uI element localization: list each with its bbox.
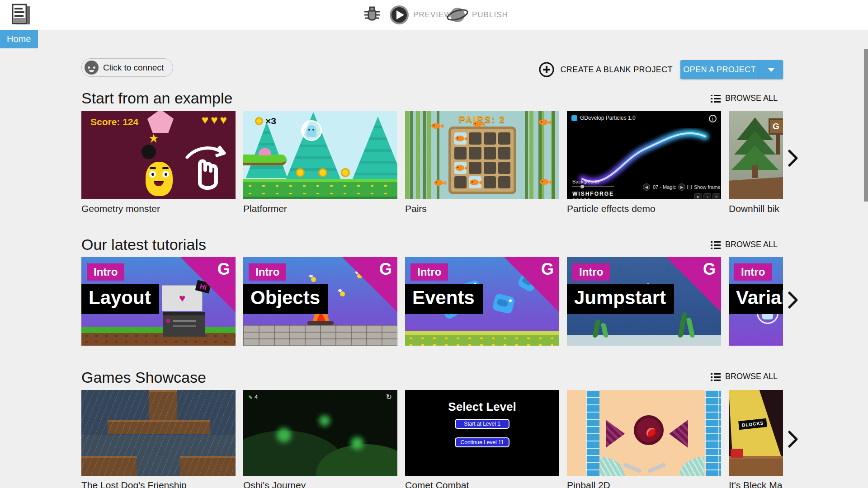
slime-character bbox=[259, 148, 271, 155]
showcase-card-comet-combat[interactable]: Select Level Start at Level 1 Continue L… bbox=[405, 390, 559, 476]
coin-counter: ×3 bbox=[255, 116, 276, 127]
start-level-button[interactable]: Start at Level 1 bbox=[455, 419, 509, 429]
card-title[interactable]: Particle effects demo bbox=[567, 203, 656, 214]
gdevelop-home-screen: PREVIEW PUBLISH Home Click to connect CR… bbox=[0, 0, 868, 488]
tutorial-card-variables[interactable]: +1 Intro Variab bbox=[729, 257, 783, 346]
example-card-particle-effects[interactable]: GDevelop Particles 1.0 i Background WISH… bbox=[567, 111, 721, 199]
center-ring bbox=[634, 415, 664, 445]
card-title[interactable]: Geometry monster bbox=[81, 203, 160, 214]
card-title[interactable]: Oshi's Journey bbox=[243, 480, 306, 488]
connect-button[interactable]: Click to connect bbox=[81, 58, 173, 77]
goldfish bbox=[539, 119, 548, 125]
browse-all-showcase[interactable]: BROWSE ALL bbox=[711, 372, 778, 381]
card-cell bbox=[469, 132, 481, 145]
preset-prev-button[interactable]: ◀ bbox=[643, 183, 650, 191]
goldfish bbox=[434, 180, 443, 186]
project-manager-icon[interactable] bbox=[11, 4, 32, 26]
examples-card-row: Score: 124 ♥♥♥ bbox=[81, 111, 783, 199]
example-card-platformer[interactable]: ×3 bbox=[243, 111, 397, 199]
browse-all-label: BROWSE ALL bbox=[725, 372, 778, 381]
browse-all-examples[interactable]: BROWSE ALL bbox=[711, 94, 778, 103]
glow-orb bbox=[277, 428, 291, 442]
goldfish bbox=[431, 123, 440, 129]
showcase-card-pinball[interactable] bbox=[567, 390, 721, 476]
preview-button[interactable]: PREVIEW bbox=[389, 0, 452, 30]
card-title[interactable]: The Lost Dog's Frienship bbox=[81, 480, 187, 488]
preset-next-button[interactable]: ▶ bbox=[678, 183, 685, 191]
score-text: Score: 124 bbox=[90, 117, 138, 127]
hearts-lives: ♥♥♥ bbox=[202, 113, 229, 127]
example-card-geometry-monster[interactable]: Score: 124 ♥♥♥ bbox=[81, 111, 236, 199]
wooden-desk bbox=[729, 456, 783, 476]
tutorials-card-row: ♥ Hi G Intro Layout G Intro Objects bbox=[81, 257, 783, 346]
discord-icon: ✉ bbox=[712, 193, 720, 199]
example-card-pairs[interactable]: PAIRS: 2 bbox=[405, 111, 559, 199]
card-cell bbox=[454, 176, 467, 188]
open-project-button[interactable]: OPEN A PROJECT bbox=[680, 60, 783, 79]
browse-all-label: BROWSE ALL bbox=[725, 94, 778, 103]
scroll-right-showcase[interactable] bbox=[788, 430, 799, 448]
intro-badge: Intro bbox=[87, 263, 124, 281]
glow-orb bbox=[351, 437, 363, 450]
plus-circle-icon bbox=[538, 61, 555, 78]
create-blank-project-button[interactable]: CREATE A BLANK PROJECT bbox=[538, 60, 673, 79]
card-cell bbox=[469, 147, 481, 159]
coin-count-text: ×3 bbox=[265, 116, 276, 127]
flipper-right bbox=[647, 462, 666, 473]
bumper-left bbox=[606, 420, 625, 448]
list-icon bbox=[711, 94, 721, 103]
section-title-tutorials: Our latest tutorials bbox=[81, 236, 206, 253]
scrollbar-thumb[interactable] bbox=[864, 49, 868, 202]
red-prop bbox=[731, 449, 743, 458]
gdevelop-logo-icon: G bbox=[541, 260, 554, 279]
rain-overlay bbox=[81, 390, 236, 476]
gdevelop-logo-icon: G bbox=[379, 260, 392, 279]
showcase-card-bleck[interactable]: BLOCKS bbox=[729, 390, 783, 476]
leaf-icon bbox=[249, 395, 252, 399]
open-project-dropdown[interactable] bbox=[759, 60, 783, 79]
card-title[interactable]: Platformer bbox=[243, 203, 287, 214]
example-card-downhill-bike[interactable]: G bbox=[729, 111, 783, 199]
bomb-icon bbox=[142, 145, 156, 159]
show-frame-checkbox[interactable] bbox=[687, 185, 692, 189]
showcase-card-lost-dog[interactable] bbox=[81, 390, 236, 476]
intro-badge: Intro bbox=[734, 263, 772, 281]
card-title[interactable]: It's Bleck Ma bbox=[729, 480, 783, 488]
tutorial-card-objects[interactable]: G Intro Objects bbox=[243, 257, 397, 346]
tutorial-title: Events bbox=[405, 284, 483, 314]
player-bubble bbox=[301, 120, 322, 141]
gdevelop-logo-icon: G bbox=[217, 260, 230, 279]
card-title[interactable]: Pairs bbox=[405, 203, 427, 214]
restart-icon: ↻ bbox=[386, 393, 392, 401]
continue-level-button[interactable]: Continue Level 11 bbox=[455, 437, 509, 447]
showcase-card-oshi[interactable]: 4 ↻ bbox=[243, 390, 397, 476]
swipe-hand-icon bbox=[183, 141, 230, 193]
monster-character bbox=[146, 162, 173, 196]
coin-icon bbox=[341, 168, 350, 177]
tutorial-title: Variab bbox=[729, 284, 783, 314]
browse-all-tutorials[interactable]: BROWSE ALL bbox=[711, 240, 778, 249]
tutorial-card-layout[interactable]: ♥ Hi G Intro Layout bbox=[81, 257, 236, 346]
card-cell bbox=[498, 162, 510, 174]
avatar-face-icon bbox=[85, 61, 99, 75]
scroll-right-examples[interactable] bbox=[788, 149, 799, 167]
section-title-showcase: Games Showcase bbox=[81, 369, 206, 386]
card-title[interactable]: Comet Combat bbox=[405, 480, 469, 488]
tab-home[interactable]: Home bbox=[0, 30, 38, 48]
card-title[interactable]: Pinball 2D bbox=[567, 480, 610, 488]
publish-button[interactable]: PUBLISH bbox=[447, 0, 508, 30]
seaweed bbox=[678, 312, 687, 338]
debug-button[interactable] bbox=[363, 0, 382, 30]
background-slider[interactable] bbox=[572, 186, 614, 187]
tutorial-card-jumpstart[interactable]: G Intro Jumpstart bbox=[567, 257, 721, 346]
scroll-right-tutorials[interactable] bbox=[788, 291, 799, 309]
select-level-title: Select Level bbox=[405, 400, 559, 414]
tutorial-card-events[interactable]: G Intro Events bbox=[405, 257, 559, 346]
publish-label: PUBLISH bbox=[472, 10, 508, 19]
card-title[interactable]: Downhill bik bbox=[729, 203, 783, 214]
brick-column bbox=[705, 390, 721, 476]
planet-icon bbox=[447, 5, 468, 25]
tutorial-title: Objects bbox=[243, 284, 328, 314]
tutorial-title: Layout bbox=[81, 284, 159, 314]
tree-shape bbox=[353, 117, 397, 179]
